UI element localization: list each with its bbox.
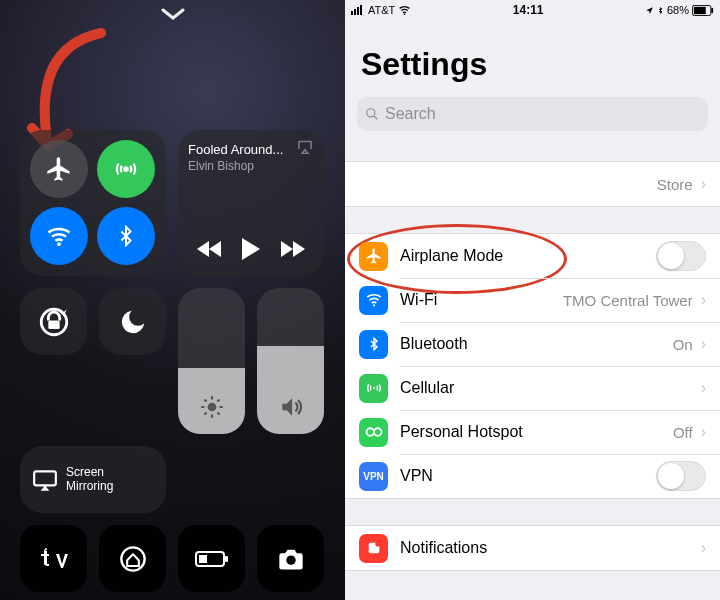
notifications-row[interactable]: Notifications ›: [345, 526, 720, 570]
settings-app: AT&T 14:11 68% Settings Search Store › A…: [345, 0, 720, 600]
hotspot-row[interactable]: Personal Hotspot Off ›: [345, 410, 720, 454]
airplane-label: Airplane Mode: [400, 247, 503, 265]
svg-rect-3: [48, 320, 59, 329]
battery-percent: 68%: [667, 4, 689, 16]
brightness-slider[interactable]: [178, 288, 245, 434]
chevron-right-icon: ›: [701, 335, 706, 353]
airplane-toggle[interactable]: [656, 241, 706, 271]
svg-point-23: [372, 304, 374, 306]
svg-point-18: [404, 14, 406, 15]
wifi-icon: [398, 5, 411, 15]
wifi-row-icon: [359, 286, 388, 315]
screen-mirroring-icon: [32, 469, 58, 491]
signal-icon: [351, 5, 365, 15]
wifi-value: TMO Central Tower: [563, 292, 697, 309]
next-track-button[interactable]: [279, 239, 305, 263]
notifications-row-icon: [359, 534, 388, 563]
bluetooth-row-icon: [359, 330, 388, 359]
svg-point-1: [57, 242, 61, 246]
search-field[interactable]: Search: [357, 97, 708, 131]
bluetooth-value: On: [673, 336, 697, 353]
vpn-toggle[interactable]: [656, 461, 706, 491]
bluetooth-row[interactable]: Bluetooth On ›: [345, 322, 720, 366]
do-not-disturb-button[interactable]: [99, 288, 166, 355]
rotation-lock-button[interactable]: [20, 288, 87, 355]
airplane-mode-row[interactable]: Airplane Mode: [345, 234, 720, 278]
search-placeholder: Search: [385, 105, 436, 123]
wifi-toggle[interactable]: [30, 207, 88, 265]
status-bar: AT&T 14:11 68%: [345, 0, 720, 20]
page-title: Settings: [361, 46, 704, 83]
airplane-icon: [359, 242, 388, 271]
apple-tv-button[interactable]: [20, 525, 87, 592]
svg-rect-16: [357, 7, 359, 15]
vpn-row[interactable]: VPN VPN: [345, 454, 720, 498]
svg-point-0: [124, 167, 127, 170]
chevron-right-icon: ›: [701, 175, 706, 193]
airplay-icon[interactable]: [296, 138, 314, 158]
carrier-label: AT&T: [368, 4, 395, 16]
cellular-row-icon: [359, 374, 388, 403]
svg-rect-9: [199, 555, 207, 563]
chevron-right-icon: ›: [701, 423, 706, 441]
svg-rect-20: [711, 7, 713, 13]
wifi-row[interactable]: Wi-Fi TMO Central Tower ›: [345, 278, 720, 322]
control-center: Fooled Around... Elvin Bishop: [0, 0, 345, 600]
svg-point-10: [286, 555, 295, 564]
cellular-row[interactable]: Cellular ›: [345, 366, 720, 410]
svg-point-25: [366, 428, 374, 436]
home-button[interactable]: [99, 525, 166, 592]
svg-rect-5: [34, 471, 56, 485]
svg-point-4: [207, 403, 216, 412]
hotspot-value: Off: [673, 424, 697, 441]
volume-slider[interactable]: [257, 288, 324, 434]
store-label: Store: [657, 176, 697, 193]
low-power-mode-button[interactable]: [178, 525, 245, 592]
camera-button[interactable]: [257, 525, 324, 592]
chevron-right-icon: ›: [701, 539, 706, 557]
svg-point-6: [121, 547, 144, 570]
store-row[interactable]: Store ›: [345, 162, 720, 206]
bluetooth-label: Bluetooth: [400, 335, 468, 353]
connectivity-tile[interactable]: [20, 130, 166, 276]
location-icon: [645, 6, 654, 15]
hotspot-label: Personal Hotspot: [400, 423, 523, 441]
clock: 14:11: [411, 3, 645, 17]
bluetooth-toggle[interactable]: [97, 207, 155, 265]
svg-point-22: [367, 109, 375, 117]
battery-icon: [692, 5, 714, 16]
previous-track-button[interactable]: [197, 239, 223, 263]
chevron-right-icon: ›: [701, 379, 706, 397]
svg-point-28: [375, 541, 380, 546]
now-playing-artist: Elvin Bishop: [188, 159, 314, 173]
svg-point-26: [374, 428, 382, 436]
svg-rect-15: [354, 9, 356, 15]
cellular-label: Cellular: [400, 379, 454, 397]
play-button[interactable]: [240, 236, 262, 266]
screen-mirroring-label: Screen Mirroring: [66, 466, 113, 492]
svg-point-24: [372, 387, 374, 389]
now-playing-tile[interactable]: Fooled Around... Elvin Bishop: [178, 130, 324, 276]
hotspot-row-icon: [359, 418, 388, 447]
screen-mirroring-button[interactable]: Screen Mirroring: [20, 446, 166, 513]
vpn-label: VPN: [400, 467, 433, 485]
chevron-down-icon[interactable]: [161, 8, 185, 26]
airplane-mode-toggle[interactable]: [30, 140, 88, 198]
vpn-row-icon: VPN: [359, 462, 388, 491]
svg-rect-17: [360, 5, 362, 15]
wifi-label: Wi-Fi: [400, 291, 437, 309]
svg-rect-14: [351, 11, 353, 15]
chevron-right-icon: ›: [701, 291, 706, 309]
svg-rect-21: [694, 6, 706, 13]
search-icon: [365, 107, 379, 121]
bluetooth-icon: [657, 5, 664, 16]
cellular-data-toggle[interactable]: [97, 140, 155, 198]
svg-rect-8: [225, 556, 228, 562]
settings-header: Settings: [345, 20, 720, 89]
notifications-label: Notifications: [400, 539, 487, 557]
